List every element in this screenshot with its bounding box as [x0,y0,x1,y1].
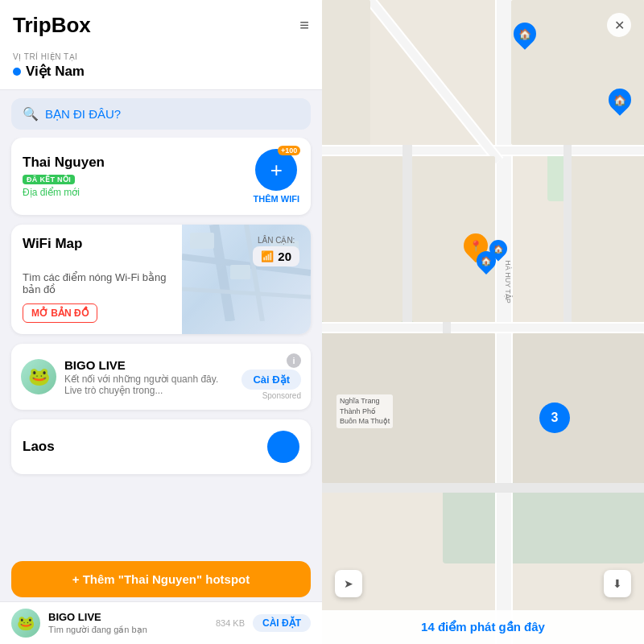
thai-right: + +100 THÊM WIFI [254,149,299,204]
lan-can-box: LÂN CẬN: 📶 20 [253,236,299,266]
map-pin-home-cluster2[interactable]: 🏠 [489,240,507,258]
sponsored-label: Sponsored [262,391,301,400]
svg-rect-23 [322,0,370,145]
bottom-bigo-info: BIGO LIVE Tìm người đang gần bạn [48,611,147,635]
map-bottom-bar: 14 điểm phát gần đây [322,610,644,644]
bottom-bigo-desc: Tìm người đang gần bạn [48,625,147,635]
thai-info: Thai Nguyen ĐÃ KẾT NỐI Địa điểm mới [23,155,105,198]
laos-name: Laos [23,439,55,455]
thai-name: Thai Nguyen [23,155,105,171]
map-pin-number-3[interactable]: 3 [539,402,570,433]
lan-can-count: 20 [278,250,291,263]
wifi-map-title: WiFi Map [23,236,82,252]
wifi-map-content: WiFi Map LÂN CẬN: 📶 20 Tìm các điểm nóng… [11,225,311,334]
search-placeholder: BẠN ĐI ĐÂU? [45,107,121,122]
location-section: VỊ TRÍ HIỆN TẠI Việt Nam [0,47,322,90]
map-bottom-suffix: điểm phát gần đây [435,620,545,634]
right-panel: HÀ HUY TẬP Nghĩa TrangThành PhốBuôn Ma T… [322,0,644,644]
svg-rect-27 [572,156,644,322]
svg-rect-15 [322,324,644,332]
map-pin-home-right[interactable]: 🏠 [609,89,631,111]
wifi-map-header: WiFi Map LÂN CẬN: 📶 20 [23,236,299,266]
svg-rect-29 [513,333,644,483]
map-svg: HÀ HUY TẬP [322,0,644,644]
svg-rect-16 [322,483,644,493]
bigo-install-button[interactable]: Cài Đặt [242,369,301,390]
navigation-icon: ➤ [344,577,353,590]
search-bar-wrapper: 🔍 BẠN ĐI ĐÂU? [0,90,322,138]
plus-badge[interactable]: + +100 [255,149,297,191]
bigo-name: BIGO LIVE [64,358,233,372]
bigo-desc: Kết nối với những người quanh đây. Live … [64,374,233,396]
bigo-card: 🐸 BIGO LIVE Kết nối với những người quan… [11,344,311,410]
search-bar[interactable]: 🔍 BẠN ĐI ĐÂU? [11,98,311,130]
location-dot [13,68,21,76]
bigo-info: BIGO LIVE Kết nối với những người quanh … [64,358,233,396]
wifi-map-desc: Tìm các điểm nóng Wi-Fi bằng bản đồ [23,271,184,295]
them-wifi-label: THÊM WIFI [254,194,299,204]
svg-text:HÀ HUY TẬP: HÀ HUY TẬP [504,260,513,303]
new-location: Địa điểm mới [23,187,105,198]
map-bottom-text: 14 điểm phát gần đây [335,620,631,634]
app-title: TripBox [13,13,91,38]
bottom-bigo-install-button[interactable]: CÀI ĐẶT [253,614,311,632]
download-icon: ⬇ [613,577,622,590]
svg-rect-20 [564,145,572,322]
connected-badge: ĐÃ KẾT NỐI [23,175,75,184]
navigation-button[interactable]: ➤ [335,570,362,597]
left-panel: TripBox ≡ VỊ TRÍ HIỆN TẠI Việt Nam 🔍 BẠN… [0,0,322,644]
bigo-avatar: 🐸 [21,359,56,394]
mo-ban-do-button[interactable]: MỞ BẢN ĐỒ [23,303,97,323]
map-count: 14 [421,620,435,634]
info-icon[interactable]: i [287,353,301,368]
location-label: VỊ TRÍ HIỆN TẠI [13,52,309,61]
wifi-icon: 📶 [261,250,274,262]
location-row: Việt Nam [13,63,309,80]
bottom-bigo-ad: 🐸 BIGO LIVE Tìm người đang gần bạn 834 K… [0,601,322,644]
pin-number-label: 3 [539,402,570,433]
bigo-right: i Cài Đặt Sponsored [242,353,301,400]
wifi-map-card: WiFi Map LÂN CẬN: 📶 20 Tìm các điểm nóng… [11,225,311,334]
lan-can-wifi: 📶 20 [253,246,299,266]
thai-nguyen-card: Thai Nguyen ĐÃ KẾT NỐI Địa điểm mới + +1… [11,138,311,215]
svg-rect-25 [322,156,402,322]
download-button[interactable]: ⬇ [604,570,631,597]
laos-card: Laos [11,419,311,474]
location-name: Việt Nam [26,63,85,80]
search-icon: 🔍 [23,106,39,122]
close-button[interactable]: ✕ [607,13,631,37]
menu-icon[interactable]: ≡ [299,16,309,35]
svg-line-18 [370,0,499,161]
add-hotspot-bar: + Thêm "Thai Nguyen" hotspot [0,561,322,597]
svg-rect-19 [402,145,412,322]
bottom-bigo-avatar: 🐸 [11,609,40,638]
location-label-box: Nghĩa TrangThành PhốBuôn Ma Thuột [336,394,393,428]
header: TripBox ≡ [0,0,322,47]
bottom-bigo-name: BIGO LIVE [48,611,147,623]
add-hotspot-button[interactable]: + Thêm "Thai Nguyen" hotspot [11,561,311,597]
plus100-badge: +100 [278,146,300,155]
map-pin-home-top[interactable]: 🏠 [514,23,536,45]
lan-can-label: LÂN CẬN: [253,236,299,245]
bottom-bigo-size: 834 KB [216,618,245,628]
laos-circle [267,431,299,463]
